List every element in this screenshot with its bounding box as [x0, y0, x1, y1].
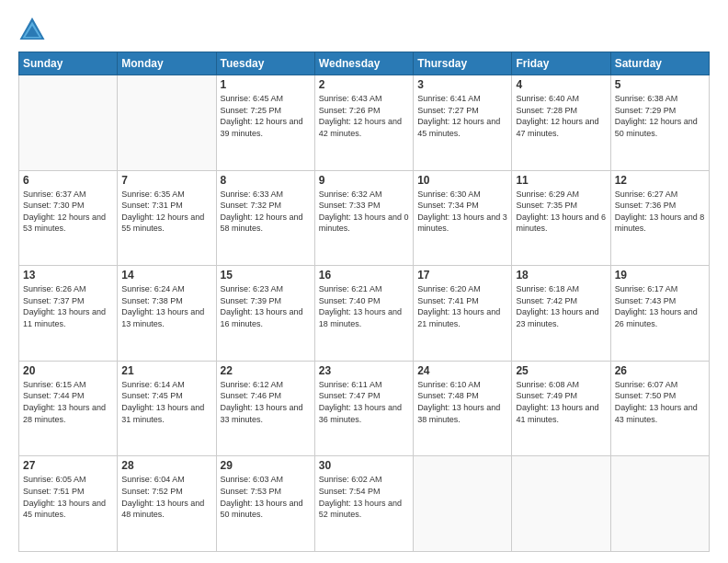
calendar-cell: 10Sunrise: 6:30 AM Sunset: 7:34 PM Dayli… — [414, 170, 512, 266]
day-number: 13 — [23, 269, 113, 282]
calendar-cell: 29Sunrise: 6:03 AM Sunset: 7:53 PM Dayli… — [216, 456, 314, 552]
day-number: 4 — [516, 78, 606, 91]
calendar-cell: 30Sunrise: 6:02 AM Sunset: 7:54 PM Dayli… — [314, 456, 413, 552]
day-number: 1 — [221, 78, 311, 91]
day-info: Sunrise: 6:12 AM Sunset: 7:46 PM Dayligh… — [221, 379, 311, 425]
day-info: Sunrise: 6:40 AM Sunset: 7:28 PM Dayligh… — [516, 93, 606, 139]
day-number: 5 — [615, 78, 705, 91]
day-info: Sunrise: 6:45 AM Sunset: 7:25 PM Dayligh… — [221, 93, 311, 139]
calendar-week-row: 1Sunrise: 6:45 AM Sunset: 7:25 PM Daylig… — [19, 75, 710, 171]
day-info: Sunrise: 6:14 AM Sunset: 7:45 PM Dayligh… — [121, 379, 211, 425]
calendar-cell: 19Sunrise: 6:17 AM Sunset: 7:43 PM Dayli… — [610, 266, 709, 362]
calendar-cell: 23Sunrise: 6:11 AM Sunset: 7:47 PM Dayli… — [314, 361, 413, 456]
day-info: Sunrise: 6:43 AM Sunset: 7:26 PM Dayligh… — [319, 93, 409, 139]
day-number: 11 — [516, 174, 606, 187]
day-number: 16 — [319, 269, 409, 282]
day-info: Sunrise: 6:10 AM Sunset: 7:48 PM Dayligh… — [417, 379, 507, 425]
col-saturday: Saturday — [610, 52, 709, 75]
calendar-cell: 25Sunrise: 6:08 AM Sunset: 7:49 PM Dayli… — [512, 361, 610, 456]
day-info: Sunrise: 6:21 AM Sunset: 7:40 PM Dayligh… — [319, 283, 409, 329]
calendar-table: Sunday Monday Tuesday Wednesday Thursday… — [18, 52, 710, 552]
day-number: 22 — [221, 364, 311, 377]
calendar-week-row: 27Sunrise: 6:05 AM Sunset: 7:51 PM Dayli… — [19, 456, 710, 552]
calendar-cell — [19, 75, 118, 171]
day-number: 27 — [23, 459, 113, 472]
day-number: 10 — [417, 174, 507, 187]
calendar-cell: 14Sunrise: 6:24 AM Sunset: 7:38 PM Dayli… — [118, 266, 216, 362]
day-number: 28 — [121, 459, 211, 472]
day-number: 26 — [615, 364, 705, 377]
col-monday: Monday — [118, 52, 216, 75]
day-info: Sunrise: 6:27 AM Sunset: 7:36 PM Dayligh… — [615, 189, 705, 235]
calendar-cell: 11Sunrise: 6:29 AM Sunset: 7:35 PM Dayli… — [512, 170, 610, 266]
day-number: 30 — [319, 459, 409, 472]
day-info: Sunrise: 6:29 AM Sunset: 7:35 PM Dayligh… — [516, 189, 606, 235]
day-info: Sunrise: 6:20 AM Sunset: 7:41 PM Dayligh… — [417, 283, 507, 329]
calendar-week-row: 6Sunrise: 6:37 AM Sunset: 7:30 PM Daylig… — [19, 170, 710, 266]
day-number: 29 — [221, 459, 311, 472]
day-number: 23 — [319, 364, 409, 377]
calendar-cell — [512, 456, 610, 552]
calendar-cell: 28Sunrise: 6:04 AM Sunset: 7:52 PM Dayli… — [118, 456, 216, 552]
day-number: 2 — [319, 78, 409, 91]
day-number: 15 — [221, 269, 311, 282]
day-number: 17 — [417, 269, 507, 282]
day-info: Sunrise: 6:15 AM Sunset: 7:44 PM Dayligh… — [23, 379, 113, 425]
day-info: Sunrise: 6:08 AM Sunset: 7:49 PM Dayligh… — [516, 379, 606, 425]
calendar-cell: 13Sunrise: 6:26 AM Sunset: 7:37 PM Dayli… — [19, 266, 118, 362]
day-info: Sunrise: 6:24 AM Sunset: 7:38 PM Dayligh… — [121, 283, 211, 329]
calendar-cell: 8Sunrise: 6:33 AM Sunset: 7:32 PM Daylig… — [216, 170, 314, 266]
day-info: Sunrise: 6:32 AM Sunset: 7:33 PM Dayligh… — [319, 189, 409, 235]
calendar-cell: 18Sunrise: 6:18 AM Sunset: 7:42 PM Dayli… — [512, 266, 610, 362]
col-sunday: Sunday — [19, 52, 118, 75]
day-info: Sunrise: 6:18 AM Sunset: 7:42 PM Dayligh… — [516, 283, 606, 329]
col-friday: Friday — [512, 52, 610, 75]
day-number: 3 — [417, 78, 507, 91]
col-thursday: Thursday — [414, 52, 512, 75]
day-number: 25 — [516, 364, 606, 377]
day-number: 9 — [319, 174, 409, 187]
col-wednesday: Wednesday — [314, 52, 413, 75]
logo — [18, 15, 50, 42]
calendar-cell: 24Sunrise: 6:10 AM Sunset: 7:48 PM Dayli… — [414, 361, 512, 456]
day-number: 18 — [516, 269, 606, 282]
calendar-cell: 16Sunrise: 6:21 AM Sunset: 7:40 PM Dayli… — [314, 266, 413, 362]
calendar-cell — [414, 456, 512, 552]
calendar-cell: 22Sunrise: 6:12 AM Sunset: 7:46 PM Dayli… — [216, 361, 314, 456]
calendar-cell: 5Sunrise: 6:38 AM Sunset: 7:29 PM Daylig… — [610, 75, 709, 171]
day-number: 19 — [615, 269, 705, 282]
day-info: Sunrise: 6:23 AM Sunset: 7:39 PM Dayligh… — [221, 283, 311, 329]
day-number: 8 — [221, 174, 311, 187]
calendar-cell: 9Sunrise: 6:32 AM Sunset: 7:33 PM Daylig… — [314, 170, 413, 266]
day-number: 14 — [121, 269, 211, 282]
day-info: Sunrise: 6:11 AM Sunset: 7:47 PM Dayligh… — [319, 379, 409, 425]
calendar-cell: 27Sunrise: 6:05 AM Sunset: 7:51 PM Dayli… — [19, 456, 118, 552]
calendar-week-row: 20Sunrise: 6:15 AM Sunset: 7:44 PM Dayli… — [19, 361, 710, 456]
calendar-header-row: Sunday Monday Tuesday Wednesday Thursday… — [19, 52, 710, 75]
calendar-cell: 7Sunrise: 6:35 AM Sunset: 7:31 PM Daylig… — [118, 170, 216, 266]
calendar-cell — [610, 456, 709, 552]
day-info: Sunrise: 6:17 AM Sunset: 7:43 PM Dayligh… — [615, 283, 705, 329]
day-number: 20 — [23, 364, 113, 377]
calendar-cell: 2Sunrise: 6:43 AM Sunset: 7:26 PM Daylig… — [314, 75, 413, 171]
day-info: Sunrise: 6:33 AM Sunset: 7:32 PM Dayligh… — [221, 189, 311, 235]
day-info: Sunrise: 6:26 AM Sunset: 7:37 PM Dayligh… — [23, 283, 113, 329]
day-info: Sunrise: 6:37 AM Sunset: 7:30 PM Dayligh… — [23, 189, 113, 235]
day-number: 7 — [121, 174, 211, 187]
calendar-week-row: 13Sunrise: 6:26 AM Sunset: 7:37 PM Dayli… — [19, 266, 710, 362]
day-info: Sunrise: 6:41 AM Sunset: 7:27 PM Dayligh… — [417, 93, 507, 139]
calendar-cell: 21Sunrise: 6:14 AM Sunset: 7:45 PM Dayli… — [118, 361, 216, 456]
header — [18, 15, 710, 42]
logo-icon — [18, 15, 46, 42]
calendar-cell — [118, 75, 216, 171]
day-info: Sunrise: 6:04 AM Sunset: 7:52 PM Dayligh… — [121, 474, 211, 520]
calendar-cell: 1Sunrise: 6:45 AM Sunset: 7:25 PM Daylig… — [216, 75, 314, 171]
day-info: Sunrise: 6:05 AM Sunset: 7:51 PM Dayligh… — [23, 474, 113, 520]
day-info: Sunrise: 6:03 AM Sunset: 7:53 PM Dayligh… — [221, 474, 311, 520]
calendar-cell: 3Sunrise: 6:41 AM Sunset: 7:27 PM Daylig… — [414, 75, 512, 171]
day-number: 24 — [417, 364, 507, 377]
calendar-cell: 26Sunrise: 6:07 AM Sunset: 7:50 PM Dayli… — [610, 361, 709, 456]
day-number: 21 — [121, 364, 211, 377]
day-info: Sunrise: 6:38 AM Sunset: 7:29 PM Dayligh… — [615, 93, 705, 139]
day-number: 12 — [615, 174, 705, 187]
